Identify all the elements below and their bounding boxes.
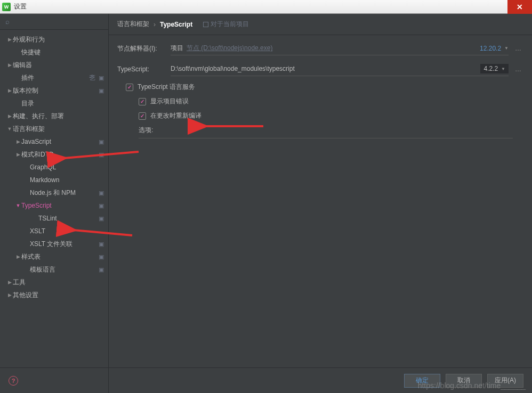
- tree-caret-icon: ▶: [15, 254, 21, 259]
- tree-item-label: Node.js 和 NPM: [30, 189, 96, 198]
- tree-item--[interactable]: ▶其他设置: [0, 289, 108, 301]
- close-button[interactable]: ✕: [507, 0, 532, 14]
- bottom-bar: ?: [0, 367, 108, 393]
- tree-item-label: 外观和行为: [13, 35, 104, 44]
- tree-item-label: 构建、执行、部署: [13, 112, 104, 121]
- tree-item-label: 编辑器: [13, 61, 104, 70]
- typescript-browse-button[interactable]: …: [513, 66, 523, 73]
- tree-item-label: XSLT 文件关联: [30, 240, 96, 249]
- tree-item-tslint[interactable]: TSLint▣: [0, 212, 108, 225]
- options-label: 选项:: [139, 126, 513, 138]
- tree-item-label: 目录: [21, 99, 104, 108]
- node-interpreter-field[interactable]: 项目 节点 (D:\soft\nodejs\node.exe) 12.20.2 …: [171, 42, 509, 55]
- recompile-row: 在更改时重新编译: [139, 111, 523, 120]
- sidebar: ⌕ ▶外观和行为快捷键▶编辑器插件㐎▣▶版本控制▣目录▶构建、执行、部署▼语言和…: [0, 14, 109, 393]
- tree-item-label: TypeScript: [21, 202, 96, 209]
- tree-item-label: XSLT: [30, 227, 104, 235]
- tree-item-label: 工具: [13, 278, 104, 287]
- cancel-button[interactable]: 取消: [446, 374, 482, 388]
- breadcrumb-root[interactable]: 语言和框架: [117, 20, 149, 29]
- tree-caret-icon: ▶: [15, 139, 21, 144]
- show-errors-label: 显示项目错误: [150, 97, 189, 106]
- tree-item--[interactable]: ▶编辑器: [0, 59, 108, 71]
- tree-item-markdown[interactable]: Markdown: [0, 174, 108, 186]
- project-scope-icon: ▣: [99, 215, 104, 222]
- typescript-path-field[interactable]: D:\soft\nvm\global\node_modules\typescri…: [171, 62, 509, 76]
- scope-label: 对于当前项目: [211, 20, 249, 29]
- tree-item-label: Markdown: [30, 176, 104, 184]
- tree-item--[interactable]: ▶版本控制▣: [0, 84, 108, 97]
- tree-item-graphql[interactable]: GraphQL: [0, 161, 108, 174]
- tree-item--[interactable]: 目录: [0, 97, 108, 110]
- tree-item--[interactable]: ▶样式表▣: [0, 250, 108, 263]
- ts-service-checkbox[interactable]: [126, 84, 133, 91]
- typescript-version: 4.2.2: [483, 65, 498, 72]
- tree-item-label: 快捷键: [21, 48, 104, 57]
- tree-item--[interactable]: 插件㐎▣: [0, 71, 108, 84]
- breadcrumb-sep: ›: [154, 21, 156, 28]
- node-version: 12.20.2: [480, 45, 501, 52]
- node-browse-button[interactable]: …: [513, 45, 523, 52]
- typescript-path-row: TypeScript: D:\soft\nvm\global\node_modu…: [117, 62, 523, 76]
- tree-item-label: 模板语言: [30, 265, 96, 274]
- project-scope-icon: ▣: [99, 151, 104, 158]
- tree-item-label: 插件: [21, 73, 89, 83]
- tree-item--dtd[interactable]: ▶模式和DTD▣: [0, 148, 108, 161]
- tree-item--[interactable]: ▶工具: [0, 276, 108, 289]
- tree-item--[interactable]: 快捷键: [0, 46, 108, 59]
- project-scope-icon: ▣: [99, 75, 104, 81]
- dropdown-caret-icon: ▼: [504, 46, 509, 51]
- tree-item-label: 样式表: [21, 252, 96, 261]
- apply-button[interactable]: 应用(A): [487, 374, 523, 388]
- ts-service-row: TypeScript 语言服务: [126, 83, 523, 92]
- tree-caret-icon: ▼: [6, 126, 13, 132]
- scope-icon: [203, 22, 208, 27]
- tree-item-xslt-[interactable]: XSLT 文件关联▣: [0, 238, 108, 250]
- node-project: 项目: [171, 44, 183, 53]
- tree-caret-icon: ▶: [6, 62, 13, 68]
- recompile-checkbox[interactable]: [139, 112, 146, 120]
- node-version-dropdown[interactable]: 12.20.2 ▼: [480, 45, 509, 52]
- translate-icon: 㐎: [89, 73, 95, 83]
- titlebar: W 设置 ✕: [0, 0, 532, 14]
- search-row: ⌕: [0, 14, 108, 30]
- tree-item-xslt[interactable]: XSLT: [0, 225, 108, 238]
- tree-item--[interactable]: 模板语言▣: [0, 263, 108, 276]
- project-scope-icon: ▣: [99, 87, 104, 94]
- tree-item-label: TSLint: [38, 215, 96, 222]
- project-scope-icon: ▣: [99, 266, 104, 273]
- node-interpreter-label: 节点解释器(I):: [117, 44, 166, 53]
- tree-item--[interactable]: ▶构建、执行、部署: [0, 110, 108, 122]
- ts-service-label: TypeScript 语言服务: [138, 83, 195, 92]
- tree-item-label: JavaScript: [21, 138, 96, 145]
- breadcrumb: 语言和框架 › TypeScript 对于当前项目: [109, 14, 532, 35]
- window-title: 设置: [14, 2, 27, 11]
- show-errors-checkbox[interactable]: [139, 98, 146, 105]
- tree-caret-icon: ▶: [6, 292, 13, 298]
- tree-item-typescript[interactable]: ▼TypeScript▣: [0, 199, 108, 212]
- project-scope-icon: ▣: [99, 138, 104, 145]
- dialog-buttons: 确定 取消 应用(A): [109, 367, 532, 393]
- tree-caret-icon: ▶: [15, 152, 21, 157]
- settings-body: 节点解释器(I): 项目 节点 (D:\soft\nodejs\node.exe…: [109, 35, 532, 367]
- tree-caret-icon: ▼: [15, 203, 21, 208]
- app-icon: W: [2, 3, 11, 11]
- help-icon[interactable]: ?: [9, 376, 18, 386]
- node-path[interactable]: 节点 (D:\soft\nodejs\node.exe): [187, 44, 272, 53]
- search-icon[interactable]: ⌕: [5, 18, 10, 26]
- breadcrumb-current: TypeScript: [160, 21, 192, 28]
- typescript-version-dropdown[interactable]: 4.2.2 ▼: [480, 64, 509, 73]
- typescript-path: D:\soft\nvm\global\node_modules\typescri…: [171, 65, 295, 72]
- ok-button[interactable]: 确定: [404, 374, 440, 388]
- recompile-label: 在更改时重新编译: [150, 111, 201, 120]
- tree-item-node-js-npm[interactable]: Node.js 和 NPM▣: [0, 186, 108, 199]
- project-scope-icon: ▣: [99, 190, 104, 196]
- main-container: ⌕ ▶外观和行为快捷键▶编辑器插件㐎▣▶版本控制▣目录▶构建、执行、部署▼语言和…: [0, 14, 532, 393]
- project-scope-icon: ▣: [99, 253, 104, 260]
- tree-item-javascript[interactable]: ▶JavaScript▣: [0, 135, 108, 148]
- tree-caret-icon: ▶: [6, 113, 13, 119]
- tree-item--[interactable]: ▼语言和框架: [0, 122, 108, 135]
- show-errors-row: 显示项目错误: [139, 97, 523, 106]
- project-scope-icon: ▣: [99, 202, 104, 209]
- tree-item--[interactable]: ▶外观和行为: [0, 33, 108, 46]
